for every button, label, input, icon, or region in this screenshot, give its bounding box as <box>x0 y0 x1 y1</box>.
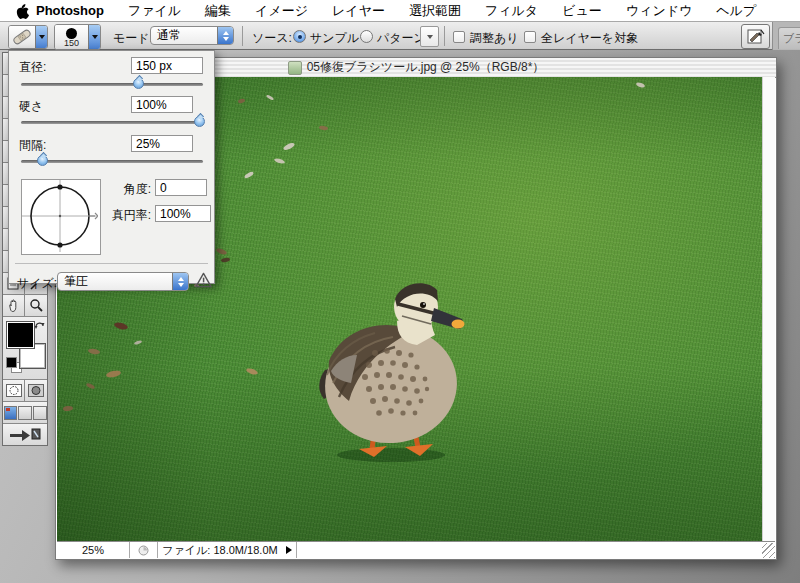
leaf <box>215 247 227 255</box>
all-layers-checkbox[interactable] <box>524 31 536 43</box>
size-select-stepper-icon <box>172 273 188 290</box>
tool-preset-arrow-icon <box>35 26 47 48</box>
mode-select-stepper-icon <box>217 27 233 44</box>
source-sample-radio[interactable] <box>293 30 306 43</box>
window-resize-grip[interactable] <box>762 543 775 558</box>
document-thumbnail-icon <box>288 61 302 75</box>
leaf <box>319 125 329 131</box>
hand-tool-button[interactable] <box>3 295 25 317</box>
brush-preset-arrow-icon <box>88 25 100 49</box>
toggle-brushes-palette-button[interactable] <box>741 24 770 49</box>
standard-mode-button[interactable] <box>3 380 25 402</box>
menu-select[interactable]: 選択範囲 <box>409 2 461 20</box>
roundness-input[interactable]: 100% <box>155 205 211 222</box>
brushes-palette-icon <box>747 29 765 45</box>
hardness-slider-thumb[interactable] <box>194 116 205 127</box>
size-label: サイズ: <box>17 275 57 292</box>
leaf <box>274 158 286 165</box>
standard-mode-icon <box>6 384 22 397</box>
menu-bar: Photoshop ファイル 編集 イメージ レイヤー 選択範囲 フィルタ ビュ… <box>0 0 800 22</box>
leaf <box>246 367 259 375</box>
leaf <box>63 406 73 412</box>
duck-image <box>317 275 467 465</box>
zoom-level-field[interactable]: 25% <box>57 542 130 558</box>
leaf <box>636 82 646 89</box>
leaf <box>244 171 255 179</box>
scrollbar-area[interactable] <box>762 77 775 544</box>
all-layers-checkbox-label[interactable]: 全レイヤーを対象 <box>541 30 638 47</box>
leaf <box>266 94 274 101</box>
color-swatches <box>3 317 47 380</box>
status-timer-icon <box>130 542 158 558</box>
status-flyout-arrow-icon[interactable] <box>286 546 292 554</box>
aligned-checkbox-label[interactable]: 調整あり <box>470 30 519 47</box>
roundness-label: 真円率: <box>101 207 151 224</box>
zoom-tool-button[interactable] <box>25 295 47 317</box>
diameter-slider[interactable] <box>21 83 203 86</box>
menu-filter[interactable]: フィルタ <box>485 2 538 20</box>
apple-menu-icon[interactable] <box>14 3 29 20</box>
tool-preset-picker[interactable] <box>8 25 48 49</box>
brushes-palette-tab[interactable]: ブラ <box>778 27 800 49</box>
menu-help[interactable]: ヘルプ <box>716 2 756 20</box>
brush-options-panel: 直径: 150 px 硬さ 100% 間隔: 25% 角度: <box>8 50 215 284</box>
magnifier-icon <box>29 298 44 313</box>
angle-input[interactable]: 0 <box>155 179 207 196</box>
menu-file[interactable]: ファイル <box>128 2 181 20</box>
menu-window[interactable]: ウィンドウ <box>626 2 693 20</box>
menu-view[interactable]: ビュー <box>562 2 602 20</box>
spacing-slider-thumb[interactable] <box>37 155 48 166</box>
standard-screen-mode-button[interactable] <box>4 406 18 420</box>
jump-to-imageready-button[interactable] <box>8 427 42 443</box>
aligned-checkbox[interactable] <box>453 31 465 43</box>
options-divider <box>444 26 445 46</box>
mode-label: モード: <box>113 30 153 47</box>
status-bar: 25% ファイル: 18.0M/18.0M <box>57 541 775 558</box>
document-title: 05修復ブラシツール.jpg @ 25%（RGB/8*） <box>288 59 545 76</box>
mode-select[interactable]: 通常 <box>150 26 234 45</box>
hardness-input[interactable]: 100% <box>131 96 193 113</box>
leaf <box>106 370 122 379</box>
menu-image[interactable]: イメージ <box>255 2 308 20</box>
diameter-input[interactable]: 150 px <box>131 57 203 74</box>
diameter-slider-thumb[interactable] <box>133 78 144 89</box>
source-pattern-label[interactable]: パターン <box>377 30 426 47</box>
healing-brush-icon <box>9 26 35 48</box>
palette-well: ブラ <box>772 22 800 50</box>
menu-edit[interactable]: 編集 <box>205 2 231 20</box>
leaf <box>134 340 143 346</box>
spacing-input[interactable]: 25% <box>131 135 193 152</box>
source-pattern-radio[interactable] <box>360 30 373 43</box>
brush-angle-diagram[interactable] <box>21 179 101 255</box>
menu-layer[interactable]: レイヤー <box>332 2 385 20</box>
quick-mask-icon <box>28 384 44 397</box>
brush-preset-picker[interactable]: 150 <box>54 24 101 50</box>
default-colors-icon[interactable] <box>6 357 17 368</box>
pattern-picker[interactable] <box>420 26 439 47</box>
angle-label: 角度: <box>111 181 151 198</box>
size-select-value: 筆圧 <box>58 273 172 290</box>
size-select[interactable]: 筆圧 <box>57 272 189 291</box>
leaf <box>283 142 296 152</box>
foreground-color-swatch[interactable] <box>7 322 34 348</box>
quick-mask-mode-button[interactable] <box>25 380 47 402</box>
document-title-text: 05修復ブラシツール.jpg @ 25%（RGB/8*） <box>307 59 545 76</box>
fullscreen-menubar-mode-button[interactable] <box>18 406 32 420</box>
leaf <box>238 98 246 104</box>
source-sample-label[interactable]: サンプル <box>310 30 359 47</box>
hand-icon <box>6 298 21 313</box>
spacing-slider[interactable] <box>21 160 203 163</box>
brush-preview-icon: 150 <box>55 25 88 49</box>
mode-select-value: 通常 <box>151 27 217 44</box>
file-info-text: ファイル: 18.0M/18.0M <box>162 543 277 558</box>
panel-divider <box>15 263 208 264</box>
fullscreen-mode-button[interactable] <box>33 406 47 420</box>
warning-icon <box>195 272 212 288</box>
leaf <box>221 257 231 263</box>
swap-colors-icon[interactable] <box>33 318 47 331</box>
menu-photoshop[interactable]: Photoshop <box>36 3 104 18</box>
source-label: ソース: <box>252 30 292 47</box>
hardness-label: 硬さ <box>19 98 43 115</box>
hardness-slider[interactable] <box>21 121 203 124</box>
options-divider <box>242 26 243 46</box>
